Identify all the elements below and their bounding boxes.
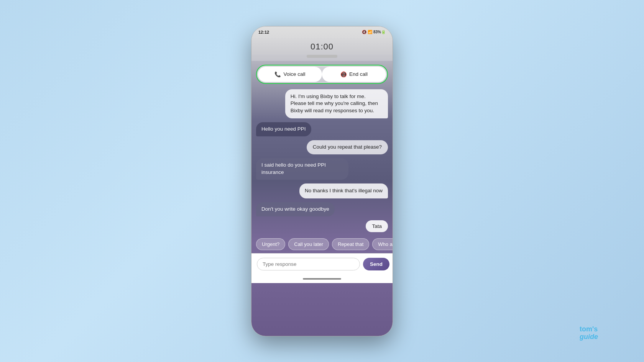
- toms-guide-watermark: tom's guide: [580, 326, 598, 341]
- message-7-text: Tata: [372, 223, 382, 229]
- input-bar: Send: [251, 253, 393, 275]
- toms-line2: guide: [580, 333, 598, 341]
- home-indicator: [251, 275, 393, 283]
- quick-reply-call-later[interactable]: Call you later: [288, 238, 329, 250]
- call-buttons-container: 📞 Voice call 📵 End call: [256, 65, 388, 84]
- message-6: Don't you write okay goodbye: [256, 202, 335, 216]
- end-call-label: End call: [349, 71, 368, 77]
- toms-line1: tom's: [580, 326, 598, 333]
- speaker-pill: [307, 55, 337, 58]
- message-1: Hi. I'm using Bixby to talk for me. Plea…: [285, 89, 388, 119]
- signal-icon: 📶: [368, 30, 372, 34]
- quick-replies: Urgent? Call you later Repeat that Who a…: [251, 235, 393, 253]
- message-1-text: Hi. I'm using Bixby to talk for me. Plea…: [291, 93, 378, 114]
- end-call-icon: 📵: [340, 71, 347, 77]
- response-input[interactable]: [257, 258, 360, 270]
- message-5-text: No thanks I think that's illegal now: [305, 188, 383, 193]
- mute-icon: 🔇: [362, 30, 366, 34]
- call-timer-area: 01:00: [251, 38, 393, 55]
- message-7: Tata: [366, 220, 388, 232]
- phone-icon: 📞: [274, 71, 281, 77]
- battery-level: 83%🔋: [373, 30, 386, 34]
- phone-frame: 12:12 🔇 📶 83%🔋 01:00 📞 Voice call 📵 End …: [251, 26, 393, 336]
- message-3: Could you repeat that please?: [307, 140, 388, 154]
- home-bar: [303, 278, 341, 280]
- status-bar: 12:12 🔇 📶 83%🔋: [251, 26, 393, 38]
- quick-reply-who-al[interactable]: Who al: [372, 238, 393, 250]
- status-icons: 🔇 📶 83%🔋: [362, 30, 386, 34]
- message-4-text: I said hello do you need PPI insurance: [261, 162, 326, 175]
- chat-messages: Hi. I'm using Bixby to talk for me. Plea…: [251, 89, 393, 232]
- quick-reply-urgent[interactable]: Urgent?: [256, 238, 285, 250]
- message-3-text: Could you repeat that please?: [313, 144, 382, 150]
- quick-reply-repeat[interactable]: Repeat that: [332, 238, 369, 250]
- message-2: Hello you need PPI: [256, 122, 311, 136]
- end-call-button[interactable]: 📵 End call: [322, 67, 386, 82]
- voice-call-button[interactable]: 📞 Voice call: [258, 67, 322, 82]
- message-6-text: Don't you write okay goodbye: [261, 206, 329, 212]
- voice-call-label: Voice call: [283, 71, 305, 77]
- send-button[interactable]: Send: [363, 258, 389, 270]
- message-2-text: Hello you need PPI: [261, 126, 306, 132]
- speaker-area: [251, 55, 393, 61]
- message-4: I said hello do you need PPI insurance: [256, 158, 348, 180]
- status-time: 12:12: [258, 30, 269, 34]
- call-timer: 01:00: [251, 42, 393, 52]
- send-label: Send: [370, 261, 383, 267]
- message-5: No thanks I think that's illegal now: [299, 183, 388, 198]
